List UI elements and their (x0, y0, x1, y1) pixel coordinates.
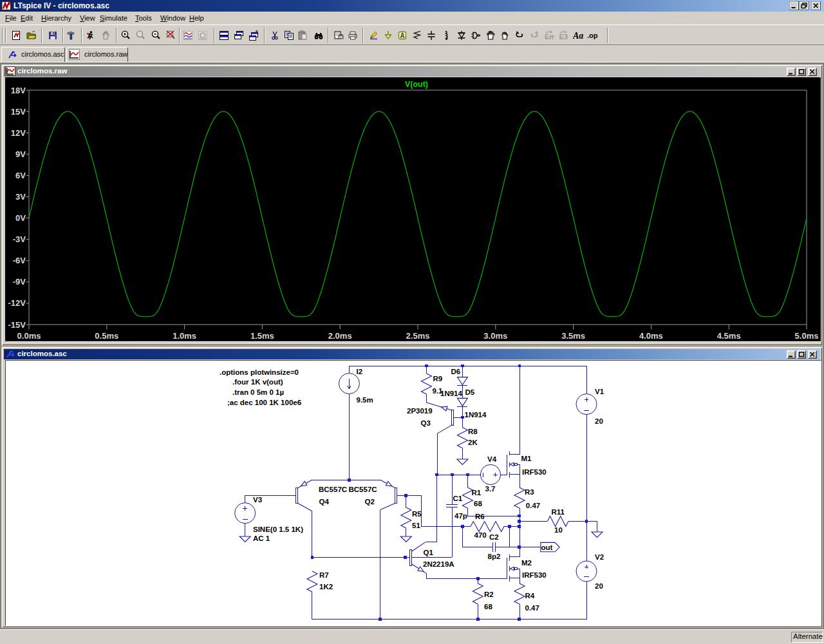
svg-text:R1: R1 (472, 489, 482, 497)
svg-text:Q3: Q3 (421, 419, 431, 427)
svg-text:2.5ms: 2.5ms (406, 331, 430, 340)
svg-text:IRF530: IRF530 (522, 468, 547, 476)
svg-text:-15V: -15V (8, 320, 26, 330)
svg-text:18V: 18V (11, 86, 26, 95)
svg-text:BC557C: BC557C (349, 486, 377, 493)
svg-text:M1: M1 (521, 455, 532, 462)
svg-text:D5: D5 (465, 388, 475, 396)
svg-text:R5: R5 (412, 510, 422, 518)
svg-text:R2: R2 (484, 591, 494, 598)
svg-text:10: 10 (554, 526, 563, 534)
svg-text:R3: R3 (525, 488, 534, 496)
svg-text:1N914: 1N914 (440, 390, 462, 397)
svg-text:12V: 12V (11, 128, 26, 138)
svg-text:0.47: 0.47 (525, 604, 539, 612)
svg-text:0.5ms: 0.5ms (95, 331, 118, 340)
svg-text:9V: 9V (15, 149, 26, 159)
svg-text:5.0ms: 5.0ms (795, 331, 819, 340)
svg-text:51: 51 (412, 522, 420, 529)
svg-text:SINE(0 1.5 1K): SINE(0 1.5 1K) (253, 526, 303, 533)
svg-text:V1: V1 (595, 388, 604, 395)
svg-text:;ac dec 100 1K 100e6: ;ac dec 100 1K 100e6 (227, 399, 301, 406)
svg-text:R6: R6 (475, 513, 485, 520)
svg-text:.four 1K v(out): .four 1K v(out) (232, 378, 283, 386)
svg-text:4.5ms: 4.5ms (717, 331, 741, 340)
svg-text:Q1: Q1 (424, 549, 434, 556)
svg-text:V3: V3 (253, 496, 262, 504)
svg-text:470: 470 (474, 531, 487, 539)
svg-text:R4: R4 (525, 592, 535, 600)
svg-text:1N914: 1N914 (465, 411, 487, 419)
svg-text:V(out): V(out) (405, 80, 428, 89)
svg-text:V4: V4 (487, 455, 497, 463)
svg-text:.tran 0 5m 0 1µ: .tran 0 5m 0 1µ (232, 388, 284, 396)
svg-text:68: 68 (474, 500, 482, 507)
svg-text:E: E (559, 33, 564, 41)
svg-text:0.0ms: 0.0ms (17, 331, 41, 340)
svg-text:-12V: -12V (8, 298, 26, 308)
svg-text:3V: 3V (15, 192, 26, 202)
svg-text:2N2219A: 2N2219A (423, 560, 454, 568)
svg-text:68: 68 (484, 603, 492, 611)
svg-text:4.0ms: 4.0ms (639, 331, 663, 340)
svg-text:3: 3 (564, 33, 568, 41)
svg-text:8p2: 8p2 (488, 553, 501, 560)
svg-text:D6: D6 (451, 368, 461, 375)
svg-text:R7: R7 (319, 571, 329, 579)
svg-text:Q4: Q4 (319, 498, 330, 506)
svg-text:9.5m: 9.5m (357, 396, 373, 404)
svg-text:1.0ms: 1.0ms (173, 331, 196, 340)
svg-text:3.0ms: 3.0ms (483, 331, 507, 340)
svg-text:M2: M2 (521, 559, 532, 567)
svg-text:AC 1: AC 1 (253, 535, 270, 542)
svg-text:6V: 6V (15, 171, 26, 180)
svg-text:47p: 47p (454, 512, 467, 520)
svg-text:.options plotwinsize=0: .options plotwinsize=0 (220, 368, 299, 376)
svg-text:IRF530: IRF530 (522, 571, 547, 579)
svg-text:20: 20 (595, 417, 603, 425)
svg-text:-6V: -6V (13, 256, 26, 265)
svg-text:2P3019: 2P3019 (407, 407, 433, 415)
svg-text:C1: C1 (453, 495, 463, 502)
svg-text:out: out (541, 544, 553, 551)
svg-text:Aa: Aa (573, 31, 583, 41)
svg-text:-9V: -9V (13, 277, 26, 287)
svg-text:3.5ms: 3.5ms (561, 331, 585, 340)
svg-text:2K: 2K (468, 439, 478, 446)
svg-text:3.7: 3.7 (485, 485, 496, 493)
svg-text:.op: .op (587, 32, 598, 39)
svg-text:Em: Em (545, 33, 554, 41)
svg-text:R11: R11 (552, 508, 565, 516)
svg-text:Q2: Q2 (365, 498, 375, 506)
svg-text:0V: 0V (15, 213, 26, 223)
svg-text:2.0ms: 2.0ms (328, 331, 352, 340)
svg-text:BC557C: BC557C (319, 486, 347, 493)
svg-text:20: 20 (595, 582, 603, 590)
svg-text:1K2: 1K2 (319, 583, 333, 591)
svg-text:15V: 15V (11, 107, 26, 117)
svg-text:R9: R9 (433, 375, 443, 383)
svg-text:V2: V2 (595, 553, 604, 561)
svg-text:-3V: -3V (13, 234, 26, 244)
svg-text:1.5ms: 1.5ms (250, 331, 274, 340)
svg-text:0.47: 0.47 (526, 502, 540, 509)
svg-text:C2: C2 (489, 533, 499, 541)
svg-text:A: A (400, 32, 404, 39)
svg-text:I2: I2 (357, 368, 363, 375)
svg-text:R8: R8 (468, 428, 478, 435)
